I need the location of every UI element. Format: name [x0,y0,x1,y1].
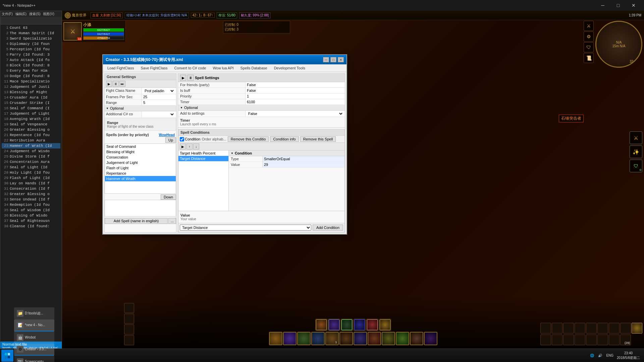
map-btn-4[interactable]: 📜 [584,53,594,63]
main-ab-12[interactable] [424,332,437,345]
ss-toolbar-1[interactable]: ▶ [180,75,186,81]
spells-list[interactable]: Seal of CommandBlessing of MightConsecra… [105,143,176,194]
maximize-button[interactable]: □ [610,0,626,11]
add-spell-button[interactable]: Add Spell (name in english) [105,218,168,224]
ab-1[interactable] [315,319,327,331]
rb1-4[interactable] [575,323,585,334]
settings-value-range[interactable]: 5 [142,100,176,105]
main-ab-4[interactable] [311,332,325,345]
rb2-1[interactable] [540,335,551,345]
cond-detail-icon-3[interactable]: ↓ [193,143,199,149]
rb1-9[interactable] [632,323,642,334]
ct-row-value[interactable]: SmallerOrEqual [262,156,344,162]
rb2-6[interactable] [597,335,608,345]
condition-list-item[interactable]: Target Distance [178,156,228,161]
rb1-6[interactable] [597,323,608,334]
ss-value-add-settings[interactable]: False [245,111,345,117]
menu-edit[interactable]: 编辑(E) [15,12,26,16]
rb2-4[interactable] [575,335,585,345]
main-ab-11[interactable] [410,332,423,345]
menu-wow-lua-api[interactable]: Wow lua API [210,65,236,71]
condition-list-item[interactable]: Target Health Percent [178,150,228,156]
left-toolbar-icon-2[interactable]: ⏸ [113,81,119,87]
close-button[interactable]: ✕ [626,0,641,11]
add-settings-select[interactable]: False [247,111,343,116]
wowhead-link[interactable]: WowHead [159,133,175,137]
spell-input-area[interactable] [105,200,176,217]
ab-5[interactable] [366,319,378,331]
main-ab-10[interactable] [396,332,409,345]
rb1-1[interactable] [540,323,551,334]
menu-spells-database[interactable]: Spells Database [237,65,270,71]
fight-class-select[interactable]: Prot paladin [143,88,175,93]
taskbar-item[interactable]: 🤖Wrobot [14,331,54,344]
start-button[interactable] [1,350,13,362]
condition-checkbox[interactable] [180,137,184,141]
rb2-7[interactable] [609,335,620,345]
rb1-3[interactable] [563,323,574,334]
taskbar-item[interactable]: 📁D:\tools\超... [14,307,54,319]
ab-2[interactable] [328,319,340,331]
spells-down-button[interactable]: Down [161,194,176,200]
minimize-button[interactable]: ─ [595,0,610,11]
lab-2[interactable] [124,314,134,324]
spell-list-item[interactable]: Judgement of Light [105,160,176,165]
spells-up-button[interactable]: Up [165,137,176,143]
lab-3[interactable] [124,324,134,335]
rb2-2[interactable] [552,335,562,345]
spell-list-item[interactable]: Flash of Light [105,165,176,171]
menu-load-fightclass[interactable]: Load FightClass [104,65,137,71]
rb1-2[interactable] [552,323,562,334]
menu-save-fightclass[interactable]: Save FightClass [138,65,171,71]
spell-list-item[interactable]: Consecration [105,155,176,160]
menu-search[interactable]: 搜索(S) [29,12,40,16]
rb1-5[interactable] [586,323,597,334]
spell-list-item[interactable]: Seal of Command [105,144,176,149]
left-toolbar-icon-3[interactable]: ⏭ [119,81,125,87]
rb1-8[interactable] [620,323,631,334]
main-ab-8[interactable] [368,332,381,345]
settings-value-csharp[interactable] [142,111,176,117]
ab-6[interactable] [379,319,391,331]
map-btn-1[interactable]: ⚔ [584,21,594,31]
skill-3[interactable]: 🛡 0 [630,160,642,172]
map-btn-3[interactable]: 🛡 [584,42,594,52]
cond-detail-icon-2[interactable]: ↑ [186,143,193,149]
taskbar-item[interactable]: 📷Screencaptu... [14,356,54,362]
dialog-maximize[interactable]: □ [330,57,336,62]
ab-3[interactable] [341,319,353,331]
menu-convert-csharp[interactable]: Convert to C# code [171,65,209,71]
remove-spell-button[interactable]: Remove this Spell [300,136,336,142]
map-btn-2[interactable]: ⚙ [584,32,594,42]
add-condition-button[interactable]: Add Condition [313,225,343,231]
spell-list-item[interactable]: Hammer of Wrath [105,176,176,181]
ct-row-value[interactable]: 29 [262,162,344,167]
taskbar-item[interactable]: 📝*new 4 - No... [14,319,54,331]
rb2-8[interactable]: (29) [620,335,631,345]
menu-file[interactable]: 文件(F) [2,12,13,16]
rb2-5[interactable] [586,335,597,345]
condition-info-button[interactable]: Condition info [270,136,299,142]
skill-1[interactable]: ⚔ [630,131,642,144]
menu-view[interactable]: 视图(V) [43,12,54,16]
ellipsis-button[interactable]: ... [168,218,176,224]
remove-condition-button[interactable]: Remove this Conditio [228,136,269,142]
spell-list-item[interactable]: Repentance [105,171,176,176]
rb1-7[interactable] [609,323,620,334]
spell-list-item[interactable]: Blessing of Might [105,149,176,155]
tray-lang[interactable]: ENG [605,354,614,357]
csharp-select[interactable] [143,112,175,117]
ab-4[interactable] [354,319,366,331]
lab-4[interactable] [124,335,134,345]
left-toolbar-icon-1[interactable]: ▶ [106,81,112,87]
main-ab-2[interactable] [283,332,297,345]
main-ab-1[interactable] [269,332,282,345]
taskbar-item[interactable]: ⚙Creator - 3.3... [14,344,54,356]
conditions-list[interactable]: Target Health PercentTarget Distance [178,150,229,211]
main-ab-5[interactable]: 1 [325,332,339,345]
main-ab-3[interactable] [297,332,311,345]
conditions-select[interactable]: Target DistanceTarget Health PercentTarg… [180,225,311,231]
main-ab-7[interactable] [354,332,367,345]
ss-toolbar-2[interactable]: ⏸ [187,75,194,81]
settings-value-name[interactable]: Prot paladin [142,88,176,94]
